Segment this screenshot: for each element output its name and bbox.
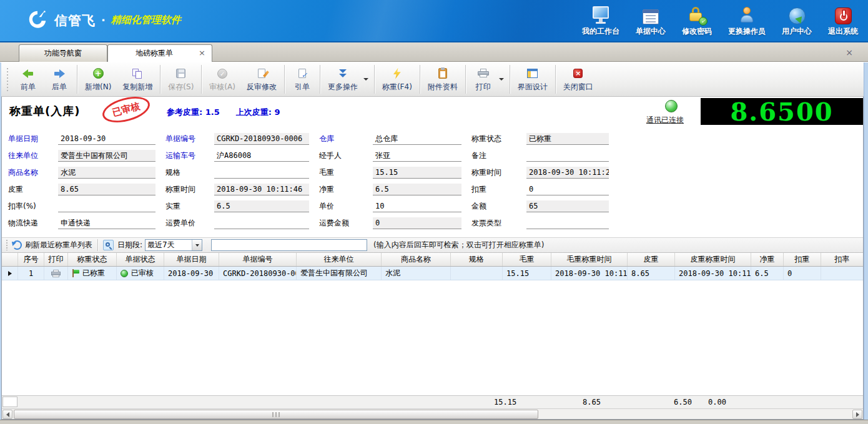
cell-code[interactable]: CGRKD-20180930-0006 [219, 267, 297, 280]
cell-partner[interactable]: 爱普生中国有限公司 [297, 267, 382, 280]
nav-document-center[interactable]: 单据中心 [636, 4, 666, 37]
grid-col-print[interactable]: 打印 [44, 253, 68, 266]
field-logistics[interactable]: 申通快递 [58, 217, 155, 229]
cell-seq[interactable]: 1 [18, 267, 44, 280]
date-range-select[interactable]: 最近7天 [145, 239, 202, 251]
grid-col-partner[interactable]: 往来单位 [297, 253, 382, 266]
table-row[interactable]: 1 已称重 已审核 2018-09-30 CGRKD-20180930-0006… [2, 267, 863, 280]
weigh-button[interactable]: 称重(F4) [377, 64, 418, 94]
field-spec[interactable] [214, 167, 309, 179]
horizontal-scrollbar[interactable] [2, 408, 863, 419]
field-weigh-status[interactable]: 已称重 [526, 133, 609, 145]
field-doc-date[interactable]: 2018-09-30 [58, 133, 155, 145]
toolbar-drag-handle[interactable] [6, 67, 9, 92]
prev-doc-button[interactable]: 前单 [12, 64, 44, 94]
grid-col-spec[interactable]: 规格 [451, 253, 503, 266]
button-label: 前单 [21, 82, 36, 92]
add-new-button[interactable]: + 新增(N) [79, 64, 117, 94]
grid-col-deduct[interactable]: 扣重 [784, 253, 821, 266]
field-gross-weight[interactable]: 15.15 [373, 167, 461, 179]
row-marker-icon [8, 271, 12, 276]
cell-rate[interactable] [821, 267, 863, 280]
ui-design-button[interactable]: 界面设计 [512, 64, 553, 94]
field-product[interactable]: 水泥 [58, 167, 155, 179]
nav-change-password[interactable]: ✓ 修改密码 [682, 4, 712, 37]
cell-tare[interactable]: 8.65 [628, 267, 675, 280]
cell-net[interactable]: 6.5 [751, 267, 784, 280]
grid-col-doc-status[interactable]: 单据状态 [117, 253, 164, 266]
cell-deduct[interactable]: 0 [784, 267, 821, 280]
scrollbar-thumb[interactable] [14, 410, 538, 419]
scroll-right-icon[interactable] [852, 410, 862, 419]
grid-col-gross[interactable]: 毛重 [503, 253, 551, 266]
cell-weigh-status[interactable]: 已称重 [68, 267, 117, 280]
cell-gross[interactable]: 15.15 [503, 267, 551, 280]
field-doc-code[interactable]: CGRKD-20180930-0006 [214, 133, 309, 145]
field-amount[interactable]: 65 [526, 200, 609, 212]
more-actions-dropdown[interactable] [363, 64, 372, 94]
grid-col-seq[interactable]: 序号 [18, 253, 44, 266]
field-partner[interactable]: 爱普生中国有限公司 [58, 150, 155, 162]
print-button[interactable]: 打印 [468, 64, 499, 94]
cell-date[interactable]: 2018-09-30 [164, 267, 219, 280]
field-handler[interactable]: 张亚 [373, 150, 461, 162]
save-button[interactable]: 保存(S) [162, 64, 199, 94]
connection-status-link[interactable]: 通讯已连接 [646, 115, 684, 126]
nav-user-center[interactable]: 用户中心 [782, 4, 812, 37]
grid-col-gross-time[interactable]: 毛重称重时间 [551, 253, 628, 266]
tab-weighbridge[interactable]: 地磅称重单 × [107, 44, 212, 62]
search-input[interactable] [211, 239, 367, 251]
grid-col-tare-time[interactable]: 皮重称重时间 [675, 253, 751, 266]
print-dropdown[interactable] [499, 64, 508, 94]
nav-switch-operator[interactable]: 更换操作员 [728, 4, 766, 37]
grid-col-tare[interactable]: 皮重 [628, 253, 675, 266]
app-window: 信管飞 · 精细化管理软件 我的工作台 单据中心 ✓ 修改密码 更换操作员 [0, 0, 868, 424]
grid-col-date[interactable]: 单据日期 [164, 253, 219, 266]
nav-exit-system[interactable]: 退出系统 [828, 4, 858, 37]
close-window-button[interactable]: × 关闭窗口 [558, 64, 599, 94]
field-tare-time[interactable]: 2018-09-30 10:11:46 [214, 184, 309, 195]
scroll-left-icon[interactable] [2, 410, 12, 419]
grid-col-rate[interactable]: 扣率 [821, 253, 863, 266]
next-doc-button[interactable]: 后单 [44, 64, 75, 94]
field-warehouse[interactable]: 总仓库 [373, 133, 461, 145]
field-net-weight[interactable]: 6.5 [373, 184, 461, 195]
field-actual-weight[interactable]: 6.5 [214, 200, 309, 212]
grid-col-code[interactable]: 单据编号 [219, 253, 297, 266]
cell-tare-time[interactable]: 2018-09-30 10:11 [675, 267, 751, 280]
refresh-list-button[interactable]: 刷新最近称重单列表 [12, 240, 92, 250]
field-invoice-type[interactable] [526, 217, 609, 229]
tabstrip-close-icon[interactable]: × [846, 47, 853, 57]
grid-col-net[interactable]: 净重 [751, 253, 784, 266]
import-doc-button[interactable]: ✓ 引单 [287, 64, 318, 94]
chevron-down-icon[interactable] [192, 240, 202, 250]
copy-new-button[interactable]: 复制新增 [117, 64, 158, 94]
filter-drag-handle[interactable] [6, 240, 8, 250]
field-gross-time[interactable]: 2018-09-30 10:11:21 [526, 167, 609, 179]
chevron-down-icon [363, 78, 368, 81]
grid-col-weigh-status[interactable]: 称重状态 [68, 253, 117, 266]
reverse-audit-button[interactable]: 反审修改 [241, 64, 282, 94]
field-unit-price[interactable]: 10 [373, 200, 461, 212]
field-deduct-weight[interactable]: 0 [526, 184, 609, 195]
audit-button[interactable]: ✓ 审核(A) [204, 64, 241, 94]
button-label: 引单 [295, 82, 310, 92]
field-remark[interactable] [526, 150, 609, 162]
cell-gross-time[interactable]: 2018-09-30 10:11 [551, 267, 628, 280]
tab-close-icon[interactable]: × [199, 49, 205, 57]
field-truck-no[interactable]: 沪A86008 [214, 150, 309, 162]
cell-doc-status[interactable]: 已审核 [117, 267, 164, 280]
field-tare-weight[interactable]: 8.65 [58, 184, 155, 195]
grid-col-product[interactable]: 商品名称 [382, 253, 451, 266]
field-deduct-rate[interactable] [58, 200, 155, 212]
field-freight-amount[interactable]: 0 [373, 217, 461, 229]
cell-print[interactable] [44, 267, 68, 280]
cell-product[interactable]: 水泥 [382, 267, 451, 280]
cell-spec[interactable] [451, 267, 503, 280]
field-freight-price[interactable] [214, 217, 309, 229]
nav-my-workspace[interactable]: 我的工作台 [582, 4, 619, 37]
attachment-button[interactable]: 附件资料 [422, 64, 463, 94]
tab-function-nav[interactable]: 功能导航窗 [19, 44, 107, 62]
document-center-icon [643, 4, 659, 24]
more-actions-button[interactable]: 更多操作 [322, 64, 363, 94]
